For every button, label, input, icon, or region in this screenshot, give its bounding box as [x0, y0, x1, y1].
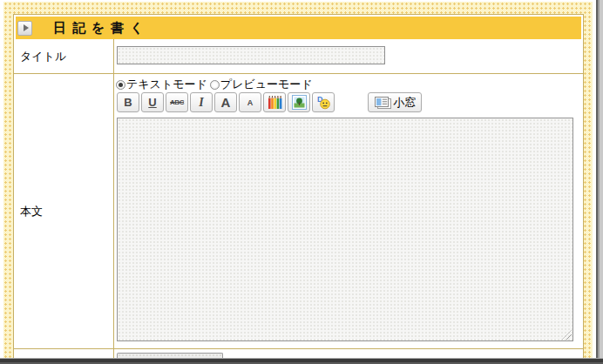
- form-table: タイトル 本文 テキストモード: [14, 39, 583, 358]
- bold-glyph: B: [124, 96, 132, 109]
- title-field-cell: [114, 39, 583, 73]
- emoji-icon: D: [316, 95, 331, 110]
- strikethrough-glyph: ABC: [170, 98, 184, 106]
- radio-icon: [210, 80, 220, 90]
- diary-editor-page: 日記を書く タイトル 本文 テキストモード: [0, 0, 603, 364]
- text-mode-radio[interactable]: テキストモード: [116, 77, 207, 92]
- title-row: タイトル: [14, 39, 583, 74]
- strikethrough-button[interactable]: ABC: [166, 92, 188, 112]
- small-window-label: 小窓: [394, 95, 417, 111]
- body-textarea-wrap: [117, 118, 573, 341]
- mode-selector: テキストモード プレビューモード: [116, 77, 315, 92]
- title-input[interactable]: [117, 46, 385, 64]
- body-field-cell: テキストモード プレビューモード B: [114, 74, 583, 348]
- body-textarea[interactable]: [117, 118, 573, 341]
- italic-glyph: I: [199, 96, 203, 110]
- radio-icon: [116, 80, 125, 90]
- section-header: 日記を書く: [16, 17, 581, 39]
- page-title: 日記を書く: [53, 20, 150, 37]
- insert-image-button[interactable]: [288, 92, 310, 112]
- insert-image-icon: [292, 95, 307, 110]
- font-large-button[interactable]: A: [214, 92, 237, 112]
- body-row: 本文 テキストモード プレビューモード: [14, 74, 583, 349]
- format-toolbar: B U ABC I A: [117, 92, 423, 112]
- font-small-glyph: A: [247, 98, 254, 107]
- diary-form-panel: 日記を書く タイトル 本文 テキストモード: [13, 14, 584, 358]
- window-right-edge: [594, 0, 603, 364]
- emoji-button[interactable]: D: [312, 92, 335, 112]
- small-window-icon: [374, 96, 392, 110]
- italic-button[interactable]: I: [190, 92, 213, 112]
- play-right-icon: [24, 24, 29, 31]
- bottom-label-cell: [14, 349, 114, 358]
- preview-mode-label: プレビューモード: [220, 77, 313, 92]
- underline-glyph: U: [148, 96, 156, 109]
- font-large-glyph: A: [221, 95, 231, 110]
- decorative-dotted-frame: 日記を書く タイトル 本文 テキストモード: [3, 2, 593, 358]
- expand-button[interactable]: [17, 21, 32, 36]
- color-pencils-icon: [268, 95, 282, 110]
- bottom-field-cell: [114, 349, 583, 358]
- bottom-row: [14, 349, 583, 358]
- title-label: タイトル: [14, 39, 114, 73]
- text-mode-label: テキストモード: [126, 77, 207, 92]
- bold-button[interactable]: B: [117, 92, 139, 112]
- body-label: 本文: [14, 74, 114, 348]
- preview-mode-radio[interactable]: プレビューモード: [210, 77, 313, 92]
- font-small-button[interactable]: A: [239, 92, 261, 112]
- small-window-button[interactable]: 小窓: [368, 92, 422, 112]
- underline-button[interactable]: U: [141, 92, 164, 112]
- color-palette-button[interactable]: [263, 92, 286, 112]
- window-bottom-edge: [0, 358, 603, 364]
